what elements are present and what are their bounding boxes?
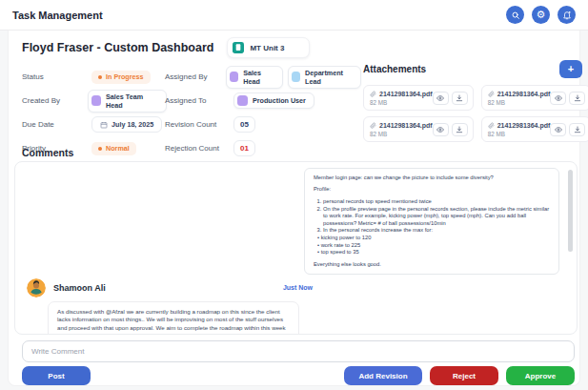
paperclip-icon: [370, 122, 376, 129]
attachment-card: 21412981364.pdf 82 MB: [363, 116, 474, 142]
calendar-icon: [100, 121, 108, 129]
attachment-card: 21412981364.pdf 82 MB: [481, 85, 588, 111]
review-bullet-item: work rate to 225: [314, 242, 550, 249]
field-due-date: Due Date July 18, 2025: [22, 113, 167, 136]
priority-dot-icon: [98, 147, 102, 151]
assigned-by-chip: Department Lead: [288, 66, 361, 89]
preview-eye-icon[interactable]: [433, 92, 449, 105]
assigned-to-label: Assigned To: [165, 96, 233, 105]
review-list-item: On the profile preview page in the perso…: [323, 206, 550, 227]
download-icon[interactable]: [452, 123, 468, 136]
preview-eye-icon[interactable]: [550, 123, 566, 136]
action-bar: Post Add Revision Reject Approve: [22, 366, 575, 385]
post-button[interactable]: Post: [22, 366, 91, 385]
attachment-name: 21412981364.pdf: [497, 122, 551, 129]
created-by-label: Created By: [22, 96, 88, 105]
attachment-name: 21412981364.pdf: [379, 122, 433, 129]
revision-count-label: Revision Count: [165, 120, 233, 129]
comments-heading: Comments: [22, 147, 73, 158]
assigned-by-value: Department Lead: [305, 69, 353, 86]
attachment-size: 82 MB: [488, 99, 551, 106]
page-title: Floyd Fraser - Custom Dashboard: [22, 41, 213, 54]
due-date-value: July 18, 2025: [112, 120, 153, 129]
approve-button[interactable]: Approve: [506, 366, 575, 385]
created-by-chip: Sales Team Head: [88, 90, 167, 113]
avatar: [91, 95, 101, 106]
review-message-bubble: Member login page: can we change the pic…: [304, 168, 559, 275]
fields-column-left: Status In Progress Created By Sales Team…: [22, 65, 167, 160]
gear-icon[interactable]: ⚙: [532, 6, 550, 24]
unit-badge-label: MT Unit 3: [250, 44, 284, 52]
reject-button[interactable]: Reject: [430, 366, 498, 385]
comment-author: Shamoon Ali: [53, 283, 106, 293]
add-revision-button[interactable]: Add Revision: [344, 366, 422, 385]
paperclip-icon: [370, 91, 376, 97]
review-bullet-item: kicking power to 120: [314, 235, 550, 241]
created-by-value: Sales Team Head: [106, 92, 158, 110]
comments-thread: Member login page: can we change the pic…: [14, 161, 578, 335]
attachment-size: 82 MB: [488, 131, 551, 137]
add-attachment-button[interactable]: +: [559, 60, 582, 78]
title-row: Floyd Fraser - Custom Dashboard MT Unit …: [22, 37, 310, 58]
attachment-card: 21412981364.pdf 82 MB: [363, 85, 474, 111]
review-list-item: In the personal records increase the max…: [323, 227, 550, 234]
task-detail-card: Floyd Fraser - Custom Dashboard MT Unit …: [8, 31, 580, 386]
avatar: [292, 72, 300, 82]
priority-badge: Normal: [91, 142, 136, 155]
status-label: Status: [22, 72, 91, 81]
download-icon[interactable]: [569, 92, 585, 105]
preview-eye-icon[interactable]: [550, 92, 566, 105]
review-bullet-item: top speed to 35: [314, 249, 550, 256]
assigned-by-chip: Sales Head: [226, 66, 283, 89]
field-assigned-to: Assigned To Production User: [165, 89, 361, 113]
assigned-by-value: Sales Head: [243, 69, 274, 86]
attachment-card: 21412981364.pdf 82 MB: [481, 116, 588, 142]
search-icon[interactable]: [506, 6, 524, 24]
status-value: In Progress: [106, 72, 144, 81]
attachments-panel: Attachements + 21412981364.pdf 82 MB: [363, 60, 582, 142]
paperclip-icon: [488, 122, 495, 129]
download-icon[interactable]: [569, 123, 585, 136]
avatar: [230, 72, 238, 82]
due-date-chip: July 18, 2025: [91, 116, 162, 133]
field-assigned-by: Assigned By Sales Head Department Lead: [165, 65, 361, 89]
status-dot-icon: [98, 75, 102, 79]
document-icon: [233, 42, 244, 53]
comment-text: As discussed with @Afzal we are currentl…: [57, 308, 290, 335]
comment-body: As discussed with @Afzal we are currentl…: [48, 301, 299, 335]
fields-column-mid: Assigned By Sales Head Department Lead A…: [165, 65, 361, 160]
comment-timestamp: Just Now: [283, 284, 313, 291]
status-badge: In Progress: [91, 71, 151, 84]
attachments-heading: Attachements: [363, 64, 426, 74]
rejection-count-label: Rejection Count: [165, 144, 233, 153]
review-intro: Member login page: can we change the pic…: [314, 174, 550, 181]
field-revision-count: Revision Count 05: [165, 113, 361, 136]
review-closing: Everything else looks good.: [314, 261, 550, 268]
review-profile-label: Profile:: [314, 186, 550, 193]
preview-eye-icon[interactable]: [433, 123, 449, 136]
comment-item: Shamoon Ali Just Now As discussed with @…: [27, 278, 313, 335]
app-header: Task Management ⚙: [0, 0, 588, 31]
priority-value: Normal: [106, 144, 130, 153]
due-date-label: Due Date: [22, 120, 91, 129]
unit-badge[interactable]: MT Unit 3: [227, 37, 310, 58]
app-title: Task Management: [12, 10, 103, 21]
comments-scrollbar[interactable]: [568, 170, 573, 252]
assigned-to-chip: Production User: [233, 92, 314, 109]
field-status: Status In Progress: [22, 65, 167, 89]
download-icon[interactable]: [452, 92, 468, 105]
paperclip-icon: [488, 91, 495, 97]
revision-count-value: 05: [233, 116, 255, 133]
assigned-by-label: Assigned By: [165, 72, 226, 81]
rejection-count-value: 01: [233, 140, 255, 156]
attachments-grid: 21412981364.pdf 82 MB 21412981364.pdf 82…: [363, 85, 582, 142]
review-list-item: personal records top speed mentioned twi…: [323, 198, 550, 205]
attachment-size: 82 MB: [370, 99, 433, 106]
assigned-to-value: Production User: [253, 96, 306, 105]
review-numbered-list: personal records top speed mentioned twi…: [314, 198, 550, 235]
write-comment-input[interactable]: [22, 340, 575, 362]
field-rejection-count: Rejection Count 01: [165, 136, 361, 160]
bell-icon[interactable]: [558, 6, 576, 24]
avatar: [27, 278, 46, 298]
avatar: [237, 95, 248, 106]
